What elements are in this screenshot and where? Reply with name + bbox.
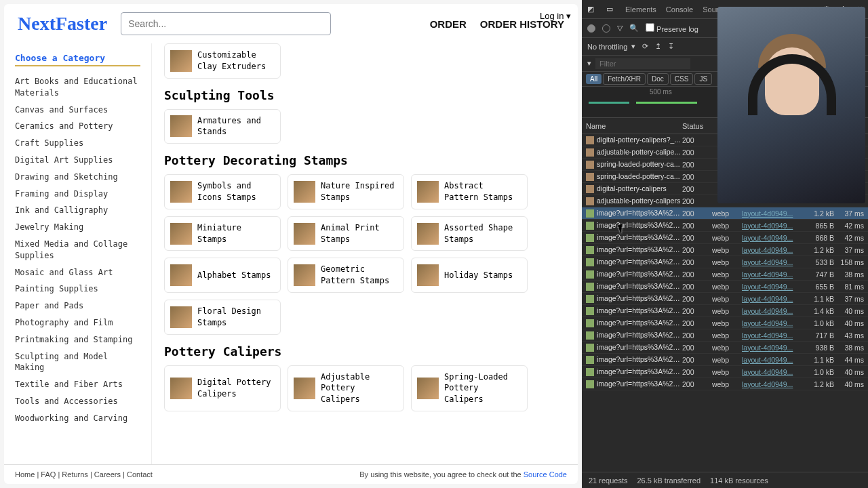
- sidebar-item-6[interactable]: Framing and Display: [15, 186, 140, 203]
- sidebar-item-9[interactable]: Mixed Media and Collage Supplies: [15, 236, 140, 264]
- network-row[interactable]: image?url=https%3A%2F...200webplayout-4d…: [582, 244, 868, 256]
- product-card[interactable]: Customizable Clay Extruders: [164, 43, 281, 79]
- product-card[interactable]: Geometric Pattern Stamps: [288, 258, 404, 293]
- sidebar-item-10[interactable]: Mosaic and Glass Art: [15, 264, 140, 281]
- col-status[interactable]: Status: [682, 122, 712, 130]
- search-input[interactable]: [121, 12, 331, 35]
- sidebar-item-17[interactable]: Tools and Accessories: [15, 393, 140, 410]
- sidebar-item-15[interactable]: Sculpting and Model Making: [15, 348, 140, 377]
- product-card[interactable]: Digital Pottery Calipers: [164, 365, 281, 411]
- product-card[interactable]: Adjustable Pottery Calipers: [288, 365, 404, 411]
- tab-console[interactable]: Console: [666, 5, 693, 14]
- sidebar-item-14[interactable]: Printmaking and Stamping: [15, 331, 140, 348]
- product-label: Nature Inspired Stamps: [321, 180, 398, 203]
- timeline-label: 500 ms: [650, 88, 672, 96]
- preserve-log-checkbox[interactable]: Preserve log: [646, 23, 698, 33]
- product-thumb: [294, 264, 315, 286]
- upload-icon[interactable]: ↥: [655, 42, 661, 51]
- filter-toggle-icon[interactable]: ▾: [587, 59, 591, 68]
- sidebar-item-12[interactable]: Paper and Pads: [15, 298, 140, 314]
- col-name[interactable]: Name: [582, 122, 682, 130]
- product-card[interactable]: Holiday Stamps: [411, 258, 528, 293]
- brand-logo[interactable]: NextFaster: [18, 13, 107, 35]
- product-card[interactable]: Abstract Pattern Stamps: [411, 174, 528, 209]
- webcam-overlay: [717, 7, 865, 203]
- type-all[interactable]: All: [586, 74, 601, 84]
- device-icon[interactable]: ▭: [606, 5, 616, 14]
- product-card[interactable]: Symbols and Icons Stamps: [164, 174, 281, 209]
- filter-input[interactable]: [595, 58, 690, 69]
- order-link[interactable]: ORDER: [430, 18, 467, 30]
- sidebar-item-11[interactable]: Painting Supplies: [15, 281, 140, 298]
- file-icon: [586, 331, 594, 340]
- product-label: Floral Design Stamps: [197, 306, 275, 329]
- throttling-select[interactable]: No throttling ▾: [587, 42, 635, 51]
- product-thumb: [170, 378, 192, 399]
- type-doc[interactable]: Doc: [647, 73, 669, 85]
- network-row[interactable]: image?url=https%3A%2F...200webplayout-4d…: [582, 317, 868, 329]
- type-js[interactable]: JS: [694, 73, 712, 85]
- network-row[interactable]: image?url=https%3A%2F...200webplayout-4d…: [582, 256, 868, 268]
- record-icon[interactable]: [587, 24, 595, 33]
- footer-link-contact[interactable]: Contact: [127, 470, 153, 479]
- sidebar-item-0[interactable]: Art Books and Educational Materials: [15, 73, 140, 102]
- file-icon: [586, 258, 594, 266]
- sidebar-item-8[interactable]: Jewelry Making: [15, 219, 140, 236]
- product-card[interactable]: Floral Design Stamps: [164, 300, 281, 335]
- product-thumb: [170, 306, 192, 328]
- clear-icon[interactable]: [602, 24, 610, 33]
- product-card[interactable]: Nature Inspired Stamps: [288, 174, 404, 209]
- file-icon: [586, 356, 594, 364]
- sidebar-item-18[interactable]: Woodworking and Carving: [15, 410, 140, 427]
- type-css[interactable]: CSS: [670, 73, 694, 85]
- login-link[interactable]: Log in ▾: [540, 11, 571, 21]
- sidebar-item-1[interactable]: Canvas and Surfaces: [15, 102, 140, 119]
- sidebar-item-2[interactable]: Ceramics and Pottery: [15, 118, 140, 135]
- product-label: Animal Print Stamps: [321, 222, 398, 245]
- network-row[interactable]: image?url=https%3A%2F...200webplayout-4d…: [582, 378, 868, 390]
- network-row[interactable]: image?url=https%3A%2F...200webplayout-4d…: [582, 342, 868, 354]
- network-row[interactable]: image?url=https%3A%2F...200webplayout-4d…: [582, 354, 868, 366]
- type-fetch[interactable]: Fetch/XHR: [603, 73, 646, 85]
- inspect-icon[interactable]: ◩: [587, 5, 597, 14]
- filter-icon[interactable]: ▽: [617, 24, 623, 33]
- product-thumb: [170, 181, 192, 203]
- sidebar-item-13[interactable]: Photography and Film: [15, 314, 140, 331]
- network-row[interactable]: image?url=https%3A%2F...200webplayout-4d…: [582, 329, 868, 342]
- search-icon[interactable]: 🔍: [629, 24, 639, 33]
- product-card[interactable]: Spring-Loaded Pottery Calipers: [411, 365, 528, 411]
- file-icon: [586, 380, 594, 388]
- product-label: Holiday Stamps: [444, 270, 513, 281]
- sidebar-item-3[interactable]: Craft Supplies: [15, 135, 140, 152]
- footer-link-careers[interactable]: Careers: [94, 470, 121, 479]
- tab-elements[interactable]: Elements: [625, 5, 656, 14]
- source-code-link[interactable]: Source Code: [524, 470, 567, 479]
- network-row[interactable]: image?url=https%3A%2F...200webplayout-4d…: [582, 281, 868, 293]
- footer-link-home[interactable]: Home: [15, 470, 35, 479]
- sidebar-item-16[interactable]: Textile and Fiber Arts: [15, 376, 140, 393]
- sidebar-item-4[interactable]: Digital Art Supplies: [15, 152, 140, 169]
- network-row[interactable]: image?url=https%3A%2F...200webplayout-4d…: [582, 293, 868, 305]
- wifi-icon[interactable]: ⟳: [642, 42, 648, 51]
- download-icon[interactable]: ↧: [668, 42, 674, 51]
- product-label: Abstract Pattern Stamps: [444, 180, 521, 203]
- network-row[interactable]: image?url=https%3A%2F...200webplayout-4d…: [582, 305, 868, 317]
- network-row[interactable]: image?url=https%3A%2F...200webplayout-4d…: [582, 207, 868, 220]
- sidebar-item-5[interactable]: Drawing and Sketching: [15, 169, 140, 186]
- sidebar-item-7[interactable]: Ink and Calligraphy: [15, 202, 140, 219]
- footer-link-returns[interactable]: Returns: [62, 470, 88, 479]
- network-row[interactable]: image?url=https%3A%2F...200webplayout-4d…: [582, 366, 868, 378]
- product-card[interactable]: Armatures and Stands: [164, 109, 281, 144]
- product-card[interactable]: Assorted Shape Stamps: [411, 216, 528, 251]
- product-card[interactable]: Miniature Stamps: [164, 216, 281, 251]
- file-icon: [586, 185, 594, 193]
- product-label: Geometric Pattern Stamps: [321, 264, 398, 287]
- network-row[interactable]: image?url=https%3A%2F...200webplayout-4d…: [582, 268, 868, 281]
- product-label: Symbols and Icons Stamps: [197, 180, 275, 203]
- file-icon: [586, 270, 594, 279]
- product-card[interactable]: Alphabet Stamps: [164, 258, 281, 293]
- product-label: Armatures and Stands: [197, 115, 275, 138]
- footer-link-faq[interactable]: FAQ: [41, 470, 56, 479]
- section-title: Pottery Decorating Stamps: [164, 153, 566, 167]
- product-card[interactable]: Animal Print Stamps: [288, 216, 404, 251]
